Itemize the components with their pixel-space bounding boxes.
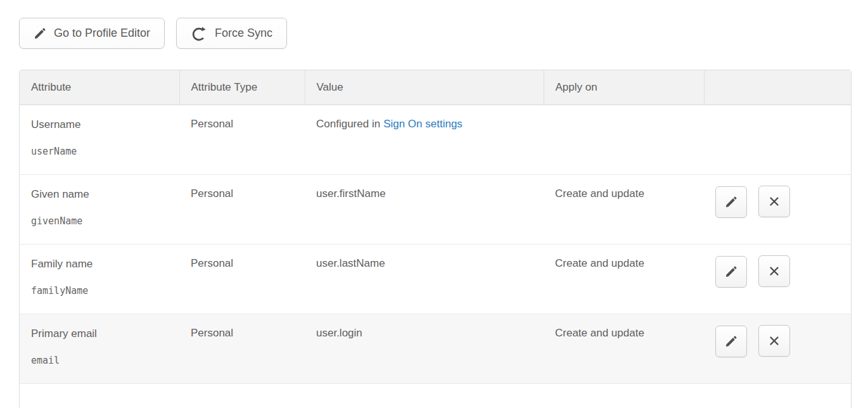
table-row-partial: [20, 383, 851, 408]
value-text: user.lastName: [305, 244, 544, 314]
table-row-family-name: Family name familyName Personal user.las…: [20, 244, 851, 314]
apply-on-value: Create and update: [544, 314, 704, 383]
table-row-given-name: Given name givenName Personal user.first…: [20, 174, 851, 244]
go-to-profile-editor-label: Go to Profile Editor: [54, 27, 150, 40]
attribute-label: Family name: [31, 257, 179, 271]
force-sync-label: Force Sync: [215, 27, 272, 40]
attribute-key: givenName: [31, 215, 179, 227]
header-attribute-type: Attribute Type: [179, 70, 305, 105]
attribute-mapping-table: Attribute Attribute Type Value Apply on …: [19, 70, 852, 408]
attribute-label: Given name: [31, 188, 179, 201]
value-text: user.firstName: [305, 174, 544, 244]
table-row-username: Username userName Personal Configured in…: [20, 105, 851, 174]
sign-on-settings-link[interactable]: Sign On settings: [383, 118, 463, 130]
delete-attribute-button[interactable]: [758, 186, 790, 217]
x-icon: [767, 264, 781, 278]
delete-attribute-button[interactable]: [758, 255, 790, 287]
table-header-row: Attribute Attribute Type Value Apply on: [20, 70, 851, 105]
pencil-icon: [725, 335, 737, 348]
attribute-type: Personal: [179, 174, 305, 244]
pencil-icon: [725, 265, 737, 278]
refresh-icon: [191, 25, 207, 42]
header-value: Value: [305, 70, 544, 105]
edit-attribute-button[interactable]: [715, 186, 747, 218]
apply-on-value: [544, 105, 704, 174]
table-row-primary-email: Primary email email Personal user.login …: [20, 314, 851, 383]
attribute-label: Username: [31, 118, 179, 132]
delete-attribute-button[interactable]: [758, 325, 790, 357]
edit-attribute-button[interactable]: [715, 256, 747, 288]
toolbar: Go to Profile Editor Force Sync: [19, 18, 287, 49]
attribute-key: userName: [31, 146, 179, 157]
header-actions: [704, 70, 851, 105]
attribute-label: Primary email: [31, 327, 179, 341]
attribute-key: email: [31, 355, 179, 366]
attribute-type: Personal: [179, 105, 305, 174]
edit-attribute-button[interactable]: [715, 326, 747, 357]
header-attribute: Attribute: [20, 70, 179, 105]
go-to-profile-editor-button[interactable]: Go to Profile Editor: [19, 18, 165, 49]
attribute-type: Personal: [179, 244, 305, 314]
header-apply-on: Apply on: [544, 70, 704, 105]
value-text: Configured in: [316, 118, 380, 130]
pencil-icon: [34, 27, 46, 40]
force-sync-button[interactable]: Force Sync: [176, 18, 287, 49]
value-text: user.login: [305, 314, 544, 383]
apply-on-value: Create and update: [544, 174, 704, 244]
pencil-icon: [725, 196, 737, 208]
x-icon: [767, 334, 781, 348]
attribute-key: familyName: [31, 285, 179, 296]
attribute-type: Personal: [179, 314, 305, 383]
x-icon: [767, 194, 781, 208]
apply-on-value: Create and update: [544, 244, 704, 314]
